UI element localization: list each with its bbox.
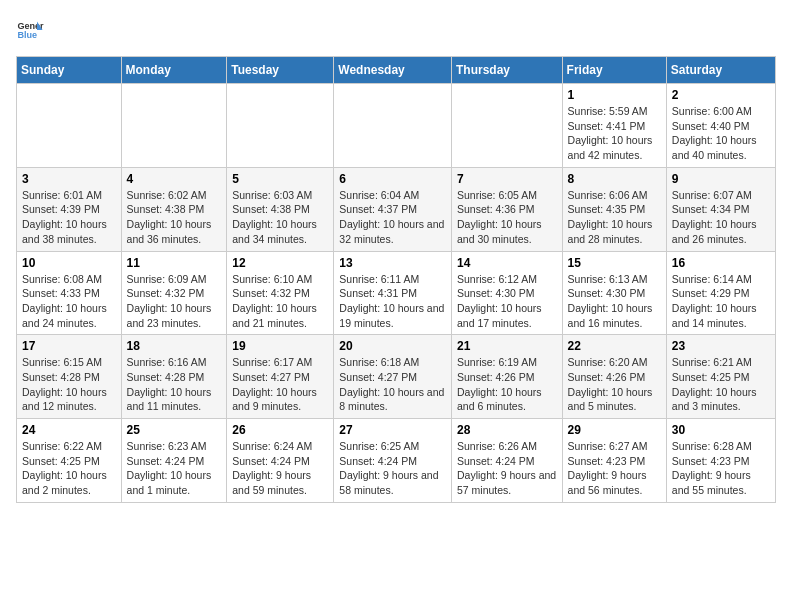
day-cell: 18Sunrise: 6:16 AM Sunset: 4:28 PM Dayli… — [121, 335, 227, 419]
week-row-0: 1Sunrise: 5:59 AM Sunset: 4:41 PM Daylig… — [17, 84, 776, 168]
day-info: Sunrise: 6:16 AM Sunset: 4:28 PM Dayligh… — [127, 355, 222, 414]
day-cell: 13Sunrise: 6:11 AM Sunset: 4:31 PM Dayli… — [334, 251, 452, 335]
day-number: 12 — [232, 256, 328, 270]
day-number: 11 — [127, 256, 222, 270]
day-info: Sunrise: 6:09 AM Sunset: 4:32 PM Dayligh… — [127, 272, 222, 331]
header-cell-tuesday: Tuesday — [227, 57, 334, 84]
day-cell: 14Sunrise: 6:12 AM Sunset: 4:30 PM Dayli… — [451, 251, 562, 335]
day-cell: 16Sunrise: 6:14 AM Sunset: 4:29 PM Dayli… — [666, 251, 775, 335]
day-info: Sunrise: 6:20 AM Sunset: 4:26 PM Dayligh… — [568, 355, 661, 414]
day-cell: 28Sunrise: 6:26 AM Sunset: 4:24 PM Dayli… — [451, 419, 562, 503]
day-cell: 5Sunrise: 6:03 AM Sunset: 4:38 PM Daylig… — [227, 167, 334, 251]
svg-text:Blue: Blue — [17, 30, 37, 40]
header: General Blue — [16, 16, 776, 44]
header-cell-sunday: Sunday — [17, 57, 122, 84]
logo-icon: General Blue — [16, 16, 44, 44]
day-number: 23 — [672, 339, 770, 353]
day-info: Sunrise: 6:12 AM Sunset: 4:30 PM Dayligh… — [457, 272, 557, 331]
day-info: Sunrise: 6:19 AM Sunset: 4:26 PM Dayligh… — [457, 355, 557, 414]
day-info: Sunrise: 6:25 AM Sunset: 4:24 PM Dayligh… — [339, 439, 446, 498]
day-number: 22 — [568, 339, 661, 353]
day-info: Sunrise: 6:03 AM Sunset: 4:38 PM Dayligh… — [232, 188, 328, 247]
day-info: Sunrise: 6:10 AM Sunset: 4:32 PM Dayligh… — [232, 272, 328, 331]
day-cell — [227, 84, 334, 168]
day-cell: 30Sunrise: 6:28 AM Sunset: 4:23 PM Dayli… — [666, 419, 775, 503]
day-number: 28 — [457, 423, 557, 437]
day-info: Sunrise: 6:11 AM Sunset: 4:31 PM Dayligh… — [339, 272, 446, 331]
day-number: 1 — [568, 88, 661, 102]
day-number: 3 — [22, 172, 116, 186]
day-cell: 7Sunrise: 6:05 AM Sunset: 4:36 PM Daylig… — [451, 167, 562, 251]
day-cell — [121, 84, 227, 168]
day-info: Sunrise: 6:18 AM Sunset: 4:27 PM Dayligh… — [339, 355, 446, 414]
calendar-header: SundayMondayTuesdayWednesdayThursdayFrid… — [17, 57, 776, 84]
week-row-3: 17Sunrise: 6:15 AM Sunset: 4:28 PM Dayli… — [17, 335, 776, 419]
day-info: Sunrise: 6:21 AM Sunset: 4:25 PM Dayligh… — [672, 355, 770, 414]
day-cell: 4Sunrise: 6:02 AM Sunset: 4:38 PM Daylig… — [121, 167, 227, 251]
day-cell: 10Sunrise: 6:08 AM Sunset: 4:33 PM Dayli… — [17, 251, 122, 335]
day-cell: 1Sunrise: 5:59 AM Sunset: 4:41 PM Daylig… — [562, 84, 666, 168]
week-row-4: 24Sunrise: 6:22 AM Sunset: 4:25 PM Dayli… — [17, 419, 776, 503]
day-cell: 12Sunrise: 6:10 AM Sunset: 4:32 PM Dayli… — [227, 251, 334, 335]
day-number: 4 — [127, 172, 222, 186]
day-info: Sunrise: 6:00 AM Sunset: 4:40 PM Dayligh… — [672, 104, 770, 163]
day-cell: 22Sunrise: 6:20 AM Sunset: 4:26 PM Dayli… — [562, 335, 666, 419]
day-info: Sunrise: 6:07 AM Sunset: 4:34 PM Dayligh… — [672, 188, 770, 247]
day-number: 20 — [339, 339, 446, 353]
calendar-table: SundayMondayTuesdayWednesdayThursdayFrid… — [16, 56, 776, 503]
day-info: Sunrise: 6:05 AM Sunset: 4:36 PM Dayligh… — [457, 188, 557, 247]
day-cell: 21Sunrise: 6:19 AM Sunset: 4:26 PM Dayli… — [451, 335, 562, 419]
day-cell — [451, 84, 562, 168]
day-number: 9 — [672, 172, 770, 186]
day-info: Sunrise: 6:22 AM Sunset: 4:25 PM Dayligh… — [22, 439, 116, 498]
day-info: Sunrise: 6:28 AM Sunset: 4:23 PM Dayligh… — [672, 439, 770, 498]
header-cell-thursday: Thursday — [451, 57, 562, 84]
day-number: 29 — [568, 423, 661, 437]
day-cell: 24Sunrise: 6:22 AM Sunset: 4:25 PM Dayli… — [17, 419, 122, 503]
header-cell-friday: Friday — [562, 57, 666, 84]
calendar-body: 1Sunrise: 5:59 AM Sunset: 4:41 PM Daylig… — [17, 84, 776, 503]
day-cell: 2Sunrise: 6:00 AM Sunset: 4:40 PM Daylig… — [666, 84, 775, 168]
header-cell-wednesday: Wednesday — [334, 57, 452, 84]
day-info: Sunrise: 6:27 AM Sunset: 4:23 PM Dayligh… — [568, 439, 661, 498]
day-number: 21 — [457, 339, 557, 353]
day-number: 27 — [339, 423, 446, 437]
day-cell: 3Sunrise: 6:01 AM Sunset: 4:39 PM Daylig… — [17, 167, 122, 251]
day-info: Sunrise: 6:06 AM Sunset: 4:35 PM Dayligh… — [568, 188, 661, 247]
day-cell: 6Sunrise: 6:04 AM Sunset: 4:37 PM Daylig… — [334, 167, 452, 251]
day-number: 18 — [127, 339, 222, 353]
day-number: 17 — [22, 339, 116, 353]
day-number: 10 — [22, 256, 116, 270]
logo: General Blue — [16, 16, 50, 44]
day-number: 30 — [672, 423, 770, 437]
day-cell — [17, 84, 122, 168]
day-cell: 27Sunrise: 6:25 AM Sunset: 4:24 PM Dayli… — [334, 419, 452, 503]
day-number: 14 — [457, 256, 557, 270]
day-number: 25 — [127, 423, 222, 437]
day-cell: 9Sunrise: 6:07 AM Sunset: 4:34 PM Daylig… — [666, 167, 775, 251]
day-number: 13 — [339, 256, 446, 270]
day-cell: 26Sunrise: 6:24 AM Sunset: 4:24 PM Dayli… — [227, 419, 334, 503]
day-cell: 17Sunrise: 6:15 AM Sunset: 4:28 PM Dayli… — [17, 335, 122, 419]
day-info: Sunrise: 6:13 AM Sunset: 4:30 PM Dayligh… — [568, 272, 661, 331]
day-cell: 19Sunrise: 6:17 AM Sunset: 4:27 PM Dayli… — [227, 335, 334, 419]
day-cell: 15Sunrise: 6:13 AM Sunset: 4:30 PM Dayli… — [562, 251, 666, 335]
header-cell-monday: Monday — [121, 57, 227, 84]
week-row-2: 10Sunrise: 6:08 AM Sunset: 4:33 PM Dayli… — [17, 251, 776, 335]
day-number: 7 — [457, 172, 557, 186]
day-number: 8 — [568, 172, 661, 186]
day-info: Sunrise: 6:26 AM Sunset: 4:24 PM Dayligh… — [457, 439, 557, 498]
day-info: Sunrise: 6:01 AM Sunset: 4:39 PM Dayligh… — [22, 188, 116, 247]
day-info: Sunrise: 6:23 AM Sunset: 4:24 PM Dayligh… — [127, 439, 222, 498]
day-number: 16 — [672, 256, 770, 270]
day-cell: 25Sunrise: 6:23 AM Sunset: 4:24 PM Dayli… — [121, 419, 227, 503]
day-info: Sunrise: 6:24 AM Sunset: 4:24 PM Dayligh… — [232, 439, 328, 498]
day-info: Sunrise: 5:59 AM Sunset: 4:41 PM Dayligh… — [568, 104, 661, 163]
day-info: Sunrise: 6:14 AM Sunset: 4:29 PM Dayligh… — [672, 272, 770, 331]
day-cell: 8Sunrise: 6:06 AM Sunset: 4:35 PM Daylig… — [562, 167, 666, 251]
day-number: 19 — [232, 339, 328, 353]
header-cell-saturday: Saturday — [666, 57, 775, 84]
week-row-1: 3Sunrise: 6:01 AM Sunset: 4:39 PM Daylig… — [17, 167, 776, 251]
header-row: SundayMondayTuesdayWednesdayThursdayFrid… — [17, 57, 776, 84]
day-info: Sunrise: 6:17 AM Sunset: 4:27 PM Dayligh… — [232, 355, 328, 414]
